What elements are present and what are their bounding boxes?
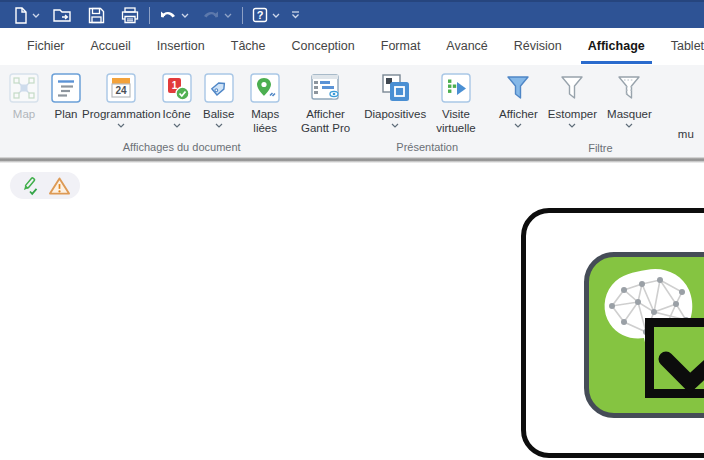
help-dropdown[interactable] [271, 4, 284, 26]
help-button[interactable]: ? [249, 4, 271, 26]
titlebar: ? [0, 0, 704, 28]
chevron-down-icon[interactable] [391, 123, 399, 128]
linked-maps-icon [250, 73, 280, 103]
preview-card [521, 208, 704, 458]
tab-insertion[interactable]: Insertion [157, 29, 205, 64]
new-document-icon [13, 7, 28, 24]
gantt-pro-button[interactable]: Afficher Gantt Pro [291, 71, 361, 136]
linked-maps-button[interactable]: Maps liées [240, 71, 291, 136]
button-label: Masquer [607, 107, 652, 121]
tab-tache[interactable]: Tâche [231, 29, 266, 64]
chevron-down-icon [224, 13, 232, 18]
filter-show-button[interactable]: Afficher [494, 71, 543, 129]
save-button[interactable] [85, 4, 108, 26]
titlebar-separator [149, 7, 150, 24]
button-label: Icône [163, 107, 191, 121]
undo-button[interactable] [156, 4, 180, 26]
tag-button[interactable]: Balise [198, 71, 240, 129]
svg-text:24: 24 [116, 85, 128, 96]
undo-dropdown[interactable] [180, 4, 193, 26]
button-label: Diapositives [364, 107, 426, 121]
help-icon: ? [252, 7, 268, 23]
checkmark-box [645, 318, 704, 398]
redo-dropdown[interactable] [223, 4, 236, 26]
ribbon-group-filtre: Afficher Estomper [494, 65, 704, 157]
tab-avance[interactable]: Avancé [446, 29, 487, 64]
ribbon: Map Plan [0, 65, 704, 157]
chevron-down-icon [272, 13, 280, 18]
customize-quick-access-button[interactable] [288, 4, 303, 26]
chevron-down-icon[interactable] [568, 123, 576, 128]
filter-fade-icon [558, 74, 586, 102]
tab-accueil[interactable]: Accueil [91, 29, 131, 64]
slides-icon [379, 72, 411, 104]
button-label: Afficher Gantt Pro [296, 107, 356, 135]
filter-show-icon [504, 74, 532, 102]
tab-affichage[interactable]: Affichage [588, 29, 645, 64]
customize-quick-access-icon [291, 11, 300, 19]
slides-button[interactable]: Diapositives [366, 71, 423, 129]
button-label: Programmation [82, 107, 161, 121]
icon-marker-button[interactable]: 1 Icône [156, 71, 198, 129]
tab-tablette[interactable]: Tablette [671, 29, 704, 64]
ribbon-group-affichages-du-document: Map Plan [3, 65, 360, 157]
print-button[interactable] [118, 4, 143, 26]
open-folder-icon [53, 7, 72, 23]
chevron-down-icon[interactable] [625, 123, 633, 128]
filter-hide-icon [615, 74, 643, 102]
button-label: mu [678, 127, 694, 141]
tab-revision[interactable]: Révision [514, 29, 562, 64]
chevron-down-icon [181, 13, 189, 18]
new-document-dropdown[interactable] [31, 4, 44, 26]
button-label: Estomper [548, 107, 597, 121]
tab-fichier[interactable]: Fichier [27, 29, 65, 64]
chevron-down-icon[interactable] [215, 123, 223, 128]
new-document-button[interactable] [10, 4, 31, 26]
button-label: Visite virtuelle [429, 107, 483, 135]
chevron-down-icon[interactable] [514, 123, 522, 128]
pen-check-icon[interactable] [19, 176, 40, 196]
filter-fade-button[interactable]: Estomper [543, 71, 602, 129]
button-label: Maps liées [245, 107, 286, 135]
outline-view-icon [51, 73, 81, 103]
filter-hide-button[interactable]: Masquer [602, 71, 657, 129]
save-icon [88, 7, 105, 24]
tab-format[interactable]: Format [381, 29, 421, 64]
tab-conception[interactable]: Conception [292, 29, 355, 64]
warning-triangle-icon[interactable] [48, 176, 71, 196]
status-indicator-pill [10, 172, 80, 199]
checkmark-icon [656, 319, 704, 399]
redo-button[interactable] [199, 4, 223, 26]
virtual-tour-icon [441, 73, 471, 103]
tag-icon [204, 73, 234, 103]
print-icon [121, 7, 140, 24]
schedule-button[interactable]: 24 Programmation [87, 71, 156, 129]
virtual-tour-button[interactable]: Visite virtuelle [424, 71, 488, 136]
outline-view-button[interactable]: Plan [45, 71, 87, 122]
button-label: Afficher [499, 107, 538, 121]
map-view-icon [9, 73, 39, 103]
priority-icon: 1 [162, 73, 192, 103]
button-label: Plan [54, 107, 77, 121]
ribbon-group-label: Présentation [366, 141, 488, 157]
ribbon-group-presentation: Diapositives Visite virtuelle [366, 65, 488, 157]
schedule-calendar-icon: 24 [106, 73, 136, 103]
svg-text:?: ? [257, 9, 264, 21]
chevron-down-icon[interactable] [117, 123, 125, 128]
ribbon-group-label: Affichages du document [3, 141, 360, 157]
map-view-button[interactable]: Map [3, 71, 45, 122]
button-label: Balise [203, 107, 234, 121]
chevron-down-icon [32, 13, 40, 18]
undo-icon [159, 8, 177, 22]
button-label: Map [13, 107, 35, 121]
mindmanager-app-icon [584, 252, 704, 418]
ribbon-tab-bar: Fichier Accueil Insertion Tâche Concepti… [0, 28, 704, 65]
chevron-down-icon[interactable] [173, 123, 181, 128]
titlebar-separator [242, 7, 243, 24]
gantt-pro-icon [310, 73, 342, 103]
filter-multiple-button-partial[interactable]: mu [665, 71, 704, 142]
ribbon-group-label: Filtre [494, 142, 704, 157]
open-button[interactable] [50, 4, 75, 26]
document-canvas [0, 163, 704, 460]
redo-icon [202, 8, 220, 22]
